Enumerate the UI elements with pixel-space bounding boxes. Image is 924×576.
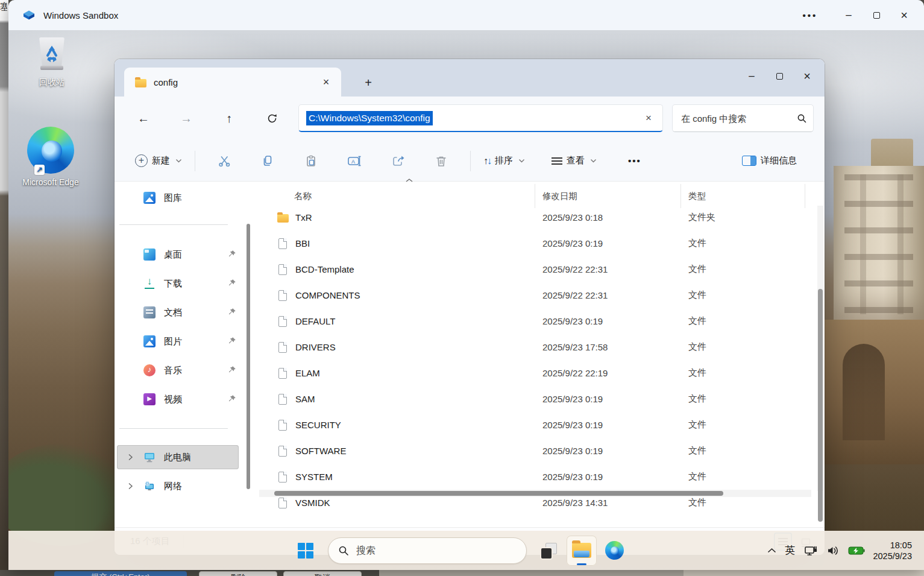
explorer-tab-config[interactable]: config ×: [124, 68, 341, 97]
file-row[interactable]: DRIVERS 2025/9/23 17:58 文件: [259, 334, 811, 360]
refresh-button[interactable]: [260, 108, 284, 130]
file-type-icon: [276, 472, 289, 483]
edge-logo-icon: [605, 541, 624, 560]
file-row[interactable]: COMPONENTS 2025/9/22 22:31 文件: [259, 282, 811, 308]
desktop-icon-edge[interactable]: ↗ Microsoft Edge: [14, 127, 87, 188]
explorer-minimize-button[interactable]: –: [738, 64, 765, 88]
tray-volume[interactable]: [822, 539, 844, 563]
file-type-icon: [276, 212, 289, 223]
share-button[interactable]: [383, 148, 412, 174]
svg-text:A: A: [351, 158, 355, 164]
tray-clock[interactable]: 18:05 2025/9/23: [869, 540, 918, 562]
sidebar-item-gallery[interactable]: 图库: [117, 186, 239, 210]
taskbar-search[interactable]: [328, 537, 527, 564]
file-row[interactable]: SOFTWARE 2025/9/23 0:19 文件: [259, 438, 811, 464]
sandbox-close-button[interactable]: ×: [890, 5, 918, 25]
sandbox-maximize-button[interactable]: [863, 5, 890, 25]
sidebar-quick-item[interactable]: 音乐: [117, 358, 239, 382]
copy-button[interactable]: [253, 148, 282, 174]
tray-network[interactable]: [799, 539, 822, 563]
file-row[interactable]: TxR 2025/9/23 0:18 文件夹: [259, 204, 811, 230]
taskbar-edge[interactable]: [599, 536, 629, 566]
taskbar-search-input[interactable]: [356, 545, 501, 556]
tray-show-hidden-icons[interactable]: [763, 539, 781, 563]
rename-button[interactable]: A: [340, 148, 369, 174]
sidebar-quick-item[interactable]: 桌面: [117, 242, 239, 267]
delete-button[interactable]: [427, 148, 456, 174]
cut-button[interactable]: [210, 148, 239, 174]
file-row[interactable]: SYSTEM 2025/9/23 0:19 文件: [259, 464, 811, 490]
windows-sandbox-window: Windows Sandbox ••• – × 回收站: [8, 0, 924, 570]
sandbox-desktop[interactable]: 回收站 ↗ Microsoft Edge config × + –: [8, 30, 924, 570]
explorer-search-box[interactable]: [672, 104, 814, 132]
file-type: 文件: [681, 360, 805, 386]
sort-ascending-caret-icon: [405, 178, 413, 183]
address-clear-icon[interactable]: ×: [640, 109, 658, 127]
host-cancel-button[interactable]: 取消: [283, 571, 362, 576]
scrollbar-thumb[interactable]: [274, 491, 723, 496]
host-delete-button[interactable]: 删除: [199, 571, 277, 576]
explorer-maximize-button[interactable]: [765, 64, 793, 88]
sidebar-quick-item[interactable]: 图片: [117, 329, 239, 353]
new-button[interactable]: + 新建: [130, 148, 187, 174]
tab-close-button[interactable]: ×: [317, 73, 335, 91]
file-row[interactable]: ELAM 2025/9/22 22:19 文件: [259, 360, 811, 386]
start-button[interactable]: [291, 536, 321, 566]
sandbox-minimize-button[interactable]: –: [835, 5, 863, 25]
back-button[interactable]: ←: [131, 108, 156, 130]
search-icon: [797, 113, 807, 124]
sidebar-item-label: 桌面: [164, 249, 182, 261]
sidebar-item-label: 文档: [164, 307, 182, 318]
cut-icon: [218, 154, 231, 168]
task-view-button[interactable]: [534, 536, 564, 566]
sidebar-scrollbar-thumb[interactable]: [247, 224, 250, 489]
file-row[interactable]: DEFAULT 2025/9/23 0:19 文件: [259, 308, 811, 334]
new-tab-button[interactable]: +: [358, 72, 379, 93]
sidebar-item-icon: [143, 393, 156, 405]
taskbar-file-explorer[interactable]: [567, 536, 597, 566]
explorer-close-button[interactable]: ×: [793, 64, 821, 88]
network-ethernet-icon: [803, 545, 818, 557]
details-pane-button[interactable]: 详细信息: [737, 148, 806, 174]
pin-icon: [228, 337, 236, 345]
ellipsis-icon: •••: [628, 156, 641, 166]
sidebar-scrollbar[interactable]: [246, 182, 251, 527]
file-type-icon: [276, 316, 289, 327]
view-button[interactable]: 查看: [546, 148, 602, 174]
trash-icon: [435, 154, 448, 168]
host-submit-button[interactable]: 提交 (Ctrl+Enter): [54, 571, 187, 576]
tray-time: 18:05: [873, 540, 912, 551]
explorer-search-input[interactable]: [681, 113, 797, 124]
sidebar-item-this-pc[interactable]: 此电脑: [117, 445, 239, 469]
search-icon: [338, 545, 349, 556]
sidebar-quick-item[interactable]: 文档: [117, 300, 239, 324]
tray-ime-indicator[interactable]: 英: [781, 539, 799, 563]
paste-button[interactable]: [297, 148, 325, 174]
pin-icon: [228, 308, 236, 316]
file-type-icon: [276, 264, 289, 275]
sort-button[interactable]: ↑↓ 排序: [478, 148, 530, 174]
sidebar-item-network[interactable]: 网络: [117, 474, 239, 498]
file-name: DEFAULT: [295, 316, 335, 326]
file-row[interactable]: SECURITY 2025/9/23 0:19 文件: [259, 412, 811, 438]
list-vertical-scrollbar[interactable]: [817, 206, 823, 491]
file-row[interactable]: BBI 2025/9/23 0:19 文件: [259, 230, 811, 256]
file-date-modified: 2025/9/22 22:31: [535, 282, 681, 308]
scrollbar-thumb[interactable]: [818, 289, 823, 522]
sandbox-app-icon: [22, 8, 36, 22]
address-bar[interactable]: C:\Windows\System32\config ×: [298, 104, 663, 132]
up-button[interactable]: ↑: [217, 108, 241, 130]
list-horizontal-scrollbar[interactable]: [259, 490, 811, 497]
tray-date: 2025/9/23: [873, 551, 912, 562]
sidebar-quick-item[interactable]: 视频: [117, 387, 239, 411]
tray-battery[interactable]: [844, 539, 869, 563]
forward-button[interactable]: →: [174, 108, 198, 130]
file-row[interactable]: BCD-Template 2025/9/22 22:31 文件: [259, 256, 811, 282]
chevron-right-icon: [128, 454, 133, 461]
see-more-button[interactable]: •••: [620, 148, 649, 174]
desktop-icon-label: 回收站: [16, 77, 88, 87]
file-row[interactable]: SAM 2025/9/23 0:19 文件: [259, 386, 811, 412]
sidebar-quick-item[interactable]: 下载: [117, 271, 239, 296]
desktop-icon-recycle-bin[interactable]: 回收站: [16, 36, 88, 87]
sandbox-more-button[interactable]: •••: [796, 5, 824, 25]
